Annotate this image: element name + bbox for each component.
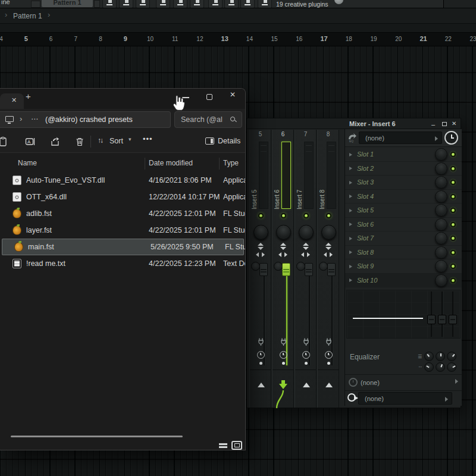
close-button[interactable]: ✕: [230, 90, 236, 99]
column-header-type[interactable]: Type: [223, 159, 239, 167]
eq-knob[interactable]: [447, 352, 456, 361]
peak-meter[interactable]: [304, 142, 314, 209]
file-row[interactable]: !read me.txt4/22/2025 12:23 PMText Docu: [0, 255, 245, 272]
toolbar-icon[interactable]: [240, 0, 255, 8]
pan-right-arrow-icon[interactable]: [307, 252, 310, 257]
large-icons-view-button[interactable]: [231, 441, 242, 450]
volume-fader-handle[interactable]: [305, 263, 313, 276]
toolbar-icon[interactable]: [208, 0, 223, 8]
mixer-strip-insert-8[interactable]: 8Insert 8: [317, 130, 339, 408]
effect-slot-row[interactable]: Slot 10: [345, 274, 462, 288]
volume-fader-handle[interactable]: [259, 263, 268, 276]
strip-label[interactable]: Insert 8: [318, 171, 325, 209]
slot-enable-led[interactable]: [450, 250, 456, 255]
pan-knob[interactable]: [321, 225, 336, 240]
file-row[interactable]: Auto-Tune_Evo_VST.dll4/16/2021 8:06 PMAp…: [0, 172, 245, 189]
column-header-date[interactable]: Date modified: [149, 159, 193, 167]
chevron-right-icon[interactable]: [349, 265, 352, 268]
fader-handle[interactable]: [427, 315, 436, 324]
file-row[interactable]: main.fst5/26/2025 9:50 PMFL Studio: [2, 239, 244, 255]
strip-label[interactable]: Insert 6: [273, 171, 280, 209]
automation-clock-icon[interactable]: [325, 351, 333, 359]
stereo-up-arrow-icon[interactable]: [303, 243, 309, 246]
slot-enable-led[interactable]: [450, 264, 456, 269]
stereo-down-arrow-icon[interactable]: [325, 247, 331, 250]
stereo-up-arrow-icon[interactable]: [258, 243, 264, 246]
column-divider[interactable]: [219, 158, 220, 170]
fader-handle[interactable]: [438, 315, 446, 324]
maximize-button[interactable]: [442, 122, 447, 126]
eq-band-fader[interactable]: [438, 292, 446, 337]
effect-slot-row[interactable]: Slot 2: [345, 162, 462, 176]
address-bar[interactable]: › ⋯ (@akkiro) crashed presets: [0, 111, 171, 128]
stereo-down-arrow-icon[interactable]: [280, 247, 286, 250]
mute-led[interactable]: [326, 213, 331, 218]
toolbar-icon[interactable]: [258, 0, 272, 8]
record-dot-icon[interactable]: [305, 362, 308, 365]
slot-enable-led[interactable]: [450, 236, 456, 241]
slot-mix-knob[interactable]: [435, 176, 447, 189]
record-dot-icon[interactable]: [259, 362, 262, 365]
effect-slot-row[interactable]: Slot 4: [345, 190, 462, 204]
minimize-button[interactable]: –: [431, 121, 435, 128]
record-dot-icon[interactable]: [282, 362, 285, 365]
toolbar-icon[interactable]: [224, 0, 239, 8]
output-slot-selector[interactable]: (none): [358, 392, 452, 405]
chevron-right-icon[interactable]: [435, 136, 438, 141]
chevron-icon[interactable]: ›: [20, 114, 22, 123]
slot-enable-led[interactable]: [450, 166, 456, 171]
volume-fader-handle[interactable]: [282, 263, 290, 276]
slot-mix-knob[interactable]: [435, 190, 447, 203]
chevron-right-icon[interactable]: [349, 167, 352, 170]
toolbar-icon[interactable]: [102, 0, 117, 8]
mixer-strip-insert-5[interactable]: 5Insert 5: [249, 130, 271, 408]
slot-enable-led[interactable]: [450, 180, 456, 185]
automation-clock-icon[interactable]: [257, 351, 265, 359]
column-header-name[interactable]: Name: [18, 159, 37, 167]
slot-enable-led[interactable]: [450, 152, 456, 157]
explorer-tab[interactable]: ✕: [0, 93, 24, 109]
automation-clock-icon[interactable]: [302, 351, 310, 359]
equalizer-graph[interactable]: [346, 290, 461, 339]
file-row[interactable]: adlib.fst4/22/2025 12:01 PMFL Studio: [0, 205, 245, 222]
slot-mix-knob[interactable]: [435, 246, 447, 259]
automation-clock-icon[interactable]: [280, 351, 287, 359]
toolbar-icon[interactable]: [136, 0, 150, 8]
strip-label[interactable]: Insert 5: [250, 171, 258, 209]
volume-fader-handle[interactable]: [327, 263, 336, 276]
pan-right-arrow-icon[interactable]: [284, 252, 287, 257]
pan-left-arrow-icon[interactable]: [256, 252, 259, 257]
current-folder-label[interactable]: (@akkiro) crashed presets: [45, 115, 133, 124]
stereo-up-arrow-icon[interactable]: [280, 243, 286, 246]
record-icon[interactable]: [334, 0, 343, 4]
chevron-right-icon[interactable]: [349, 153, 352, 156]
eq-knob[interactable]: [436, 352, 445, 361]
stereo-down-arrow-icon[interactable]: [258, 247, 264, 250]
route-up-arrow-icon[interactable]: [325, 383, 333, 387]
search-input[interactable]: Search (@al: [174, 111, 242, 128]
chevron-right-icon[interactable]: [455, 379, 458, 384]
stereo-sep-knob[interactable]: [274, 262, 283, 271]
eq-knob[interactable]: [436, 362, 445, 372]
mute-led[interactable]: [258, 213, 264, 218]
file-row[interactable]: OTT_x64.dll12/22/2014 10:17 PMApplicatio: [0, 189, 245, 205]
dropdown-icon[interactable]: [31, 1, 40, 8]
fader-track[interactable]: [309, 264, 310, 365]
menu-fragment[interactable]: ine: [1, 0, 10, 5]
paste-icon[interactable]: [0, 136, 8, 147]
sort-button[interactable]: Sort: [109, 137, 123, 145]
slot-enable-led[interactable]: [450, 222, 456, 227]
timeline-ruler[interactable]: 4567891011121314151617181920212223: [0, 33, 476, 46]
stereo-down-arrow-icon[interactable]: [303, 247, 309, 250]
toolbar-icon[interactable]: [156, 0, 170, 8]
peak-meter[interactable]: [259, 142, 268, 209]
slot-enable-led[interactable]: [450, 194, 456, 199]
chevron-right-icon[interactable]: [349, 250, 352, 254]
details-button[interactable]: Details: [218, 137, 240, 145]
mixer-strip-insert-7[interactable]: 7Insert 7: [295, 130, 317, 408]
effect-slot-row[interactable]: Slot 3: [345, 176, 462, 190]
chevron-right-icon[interactable]: [349, 237, 352, 240]
strip-label[interactable]: Insert 7: [296, 171, 303, 209]
eq-band-fader[interactable]: [427, 292, 436, 337]
eq-knob[interactable]: [424, 352, 434, 361]
